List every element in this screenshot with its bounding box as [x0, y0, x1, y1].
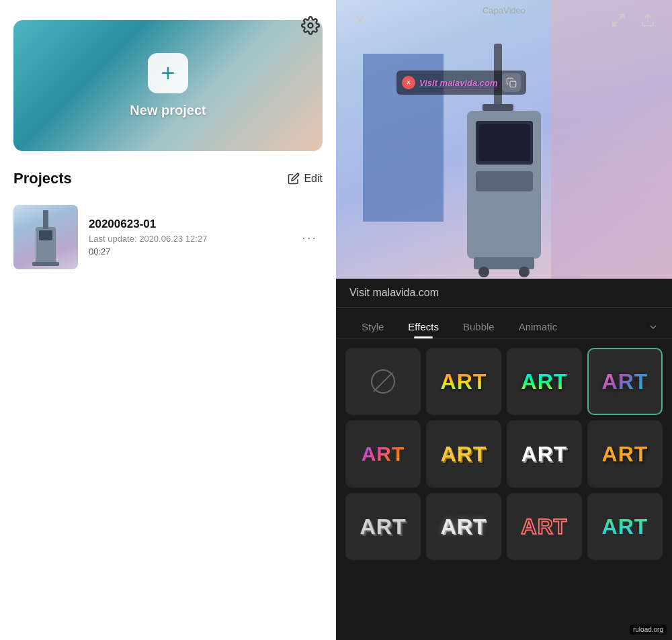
watermark-text: Visit malavida.com	[419, 78, 498, 88]
share-button[interactable]	[637, 9, 659, 31]
tab-style[interactable]: Style	[349, 316, 396, 338]
edit-label: Edit	[304, 173, 323, 185]
svg-rect-2	[43, 210, 48, 229]
effects-grid: ART ART ART ART ART ART ART	[336, 338, 672, 640]
watermark-overlay: × Visit malavida.com	[396, 71, 526, 95]
effect-9[interactable]: ART	[426, 493, 501, 560]
effect-11[interactable]: ART	[587, 493, 663, 560]
plus-icon: +	[148, 53, 188, 93]
effect-7[interactable]: ART	[587, 420, 663, 488]
effect-3[interactable]: ART	[587, 348, 663, 415]
new-project-button[interactable]: + New project	[13, 20, 323, 151]
effects-row-3: ART ART ART ART	[345, 493, 663, 560]
art-label-3: ART	[602, 369, 648, 394]
art-label-11: ART	[602, 514, 648, 539]
tab-bubble[interactable]: Bubble	[451, 316, 507, 338]
svg-rect-13	[478, 124, 530, 161]
effect-4[interactable]: ART	[345, 420, 421, 488]
project-date: Last update: 2020.06.23 12:27	[89, 234, 286, 244]
art-label-9: ART	[441, 514, 487, 539]
close-button[interactable]	[349, 9, 371, 31]
app-title: CapaVideo	[482, 5, 526, 15]
settings-button[interactable]	[298, 13, 323, 38]
new-project-label: New project	[130, 103, 206, 118]
video-header: CapaVideo	[336, 0, 672, 36]
project-name: 20200623-01	[89, 218, 286, 231]
art-label-8: ART	[360, 514, 407, 539]
effect-none[interactable]	[345, 348, 421, 415]
effect-10[interactable]: ART	[507, 493, 582, 560]
effect-2[interactable]: ART	[507, 348, 582, 415]
watermark-copy-button[interactable]	[502, 73, 521, 92]
svg-line-6	[620, 15, 624, 19]
art-label-4: ART	[362, 443, 405, 465]
ruload-watermark: ruload.org	[630, 625, 667, 635]
art-label-1: ART	[441, 369, 487, 394]
tab-effects[interactable]: Effects	[396, 316, 451, 338]
expand-button[interactable]	[607, 9, 629, 31]
art-label-10: ART	[521, 514, 568, 539]
projects-header: Projects Edit	[13, 170, 323, 187]
art-label-2: ART	[521, 369, 568, 394]
text-input-area	[336, 279, 672, 308]
art-label-6: ART	[521, 442, 568, 467]
svg-rect-14	[476, 171, 533, 191]
effect-8[interactable]: ART	[345, 493, 421, 560]
watermark-close-button[interactable]: ×	[402, 76, 415, 89]
tabs-more-button[interactable]	[648, 322, 659, 332]
art-label-7: ART	[602, 442, 648, 467]
project-item[interactable]: 20200623-01 Last update: 2020.06.23 12:2…	[13, 198, 323, 276]
project-menu-button[interactable]: ···	[296, 224, 323, 250]
tab-animatic[interactable]: Animatic	[507, 316, 570, 338]
none-icon	[371, 369, 395, 394]
video-preview: × Visit malavida.com	[336, 0, 672, 279]
project-info: 20200623-01 Last update: 2020.06.23 12:2…	[89, 218, 286, 257]
effects-row-2: ART ART ART ART	[345, 420, 663, 488]
svg-rect-19	[510, 81, 516, 87]
text-input[interactable]	[349, 287, 659, 299]
svg-rect-10	[482, 104, 513, 111]
project-duration: 00:27	[89, 246, 286, 257]
svg-rect-1	[39, 230, 52, 240]
right-panel: CapaVideo	[336, 0, 672, 640]
svg-point-17	[478, 267, 489, 277]
header-actions	[607, 9, 659, 31]
svg-line-7	[613, 21, 617, 26]
effect-5[interactable]: ART	[426, 420, 501, 488]
projects-title: Projects	[13, 170, 72, 187]
effect-1[interactable]: ART	[426, 348, 501, 415]
edit-button[interactable]: Edit	[288, 173, 323, 185]
svg-point-18	[519, 267, 530, 277]
tabs-bar: Style Effects Bubble Animatic	[336, 308, 672, 338]
effects-row-1: ART ART ART	[345, 348, 663, 415]
project-thumbnail	[13, 205, 78, 269]
effect-6[interactable]: ART	[507, 420, 582, 488]
svg-rect-3	[32, 262, 59, 266]
left-panel: + New project Projects Edit	[0, 0, 336, 640]
art-label-5: ART	[441, 442, 487, 467]
